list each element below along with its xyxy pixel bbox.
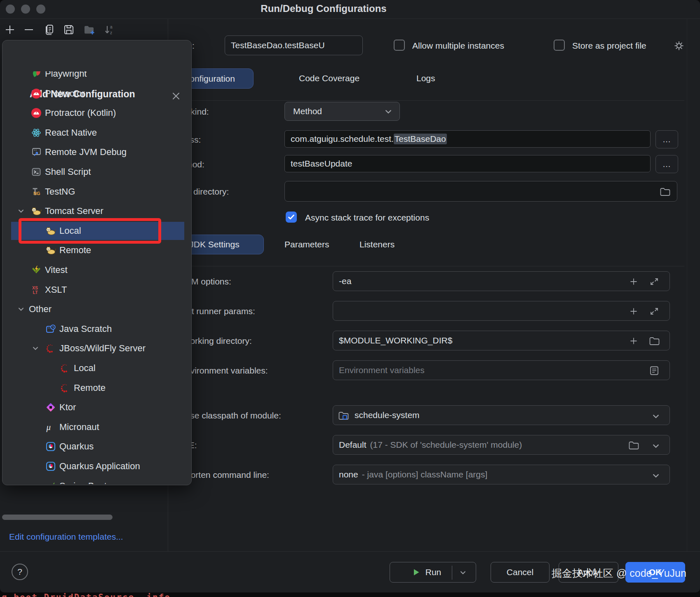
add-icon[interactable] xyxy=(627,335,640,347)
sidebar-item-java-scratch[interactable]: Java Scratch xyxy=(2,320,191,338)
sidebar-item-label: XSLT xyxy=(45,284,67,295)
folder-icon[interactable] xyxy=(648,335,660,347)
name-input[interactable]: TestBaseDao.testBaseU xyxy=(225,35,363,55)
sidebar-item-label: Remote JVM Debug xyxy=(45,147,127,157)
sidebar-item-label: Remote xyxy=(59,245,91,256)
vitest-icon xyxy=(31,265,42,275)
chevron-down-icon[interactable] xyxy=(30,343,41,354)
class-input[interactable]: com.atguigu.schedule.test.TestBaseDao xyxy=(284,130,651,148)
environment-variables-label: Environment variables: xyxy=(180,366,268,376)
sidebar-item-testng[interactable]: NGTestNG xyxy=(2,183,191,201)
tab-parameters[interactable]: Parameters xyxy=(284,240,329,249)
help-button[interactable]: ? xyxy=(12,564,28,580)
chevron-down-icon[interactable] xyxy=(16,206,26,216)
sidebar-item-local[interactable]: Local xyxy=(2,359,191,377)
sidebar-item-spring-boot[interactable]: Spring Boot xyxy=(2,477,191,484)
sidebar-item-shell-script[interactable]: Shell Script xyxy=(2,163,191,181)
java-scratch-icon xyxy=(45,324,56,334)
new-folder-icon[interactable] xyxy=(82,23,96,37)
run-button-divider xyxy=(452,566,452,580)
browse-method-button[interactable]: ... xyxy=(655,155,678,173)
sort-alphabetically-icon[interactable]: az xyxy=(102,23,116,37)
sidebar-item-xslt[interactable]: XSLTXSLT xyxy=(2,281,191,299)
sidebar-item-label: JBoss/WildFly Server xyxy=(59,343,146,354)
expand-icon[interactable] xyxy=(648,275,660,288)
protractor-icon xyxy=(31,108,42,118)
sidebar-item-quarkus-application[interactable]: Quarkus Application xyxy=(2,457,191,475)
sidebar-item-jboss-wildfly-server[interactable]: JBoss/WildFly Server xyxy=(2,339,191,357)
add-configuration-icon[interactable] xyxy=(3,23,17,37)
allow-multiple-instances-checkbox[interactable] xyxy=(394,40,405,51)
folder-icon[interactable] xyxy=(627,439,640,451)
chevron-down-icon[interactable] xyxy=(458,567,468,578)
classpath-module-select[interactable]: schedule-system xyxy=(333,405,670,425)
svg-text:NG: NG xyxy=(33,191,40,196)
tab-logs[interactable]: Logs xyxy=(416,73,435,83)
sidebar-item-quarkus[interactable]: Quarkus xyxy=(2,437,191,456)
sidebar-item-react-native[interactable]: React Native xyxy=(2,124,191,142)
sidebar-item-playwright[interactable]: Playwright xyxy=(2,71,191,83)
sidebar-item-ktor[interactable]: Ktor xyxy=(2,398,191,416)
save-configuration-icon[interactable] xyxy=(62,23,76,37)
svg-text:z: z xyxy=(110,31,112,35)
sidebar-item-remote[interactable]: Remote xyxy=(2,379,191,397)
sidebar-item-protractor[interactable]: Protractor xyxy=(2,85,191,103)
horizontal-scrollbar[interactable] xyxy=(2,515,113,520)
cancel-button[interactable]: Cancel xyxy=(491,562,550,583)
environment-variables-input[interactable]: Environment variables xyxy=(333,360,670,380)
gear-icon[interactable] xyxy=(672,39,686,53)
sidebar-item-label: Protractor xyxy=(45,88,85,99)
expand-icon[interactable] xyxy=(648,305,660,317)
svg-text:LT: LT xyxy=(33,290,38,295)
watermark: 掘金技术社区 @ code_YuJun xyxy=(552,566,686,580)
titlebar-divider xyxy=(0,19,700,19)
allow-multiple-instances-label: Allow multiple instances xyxy=(412,41,504,51)
sidebar-item-other[interactable]: Other xyxy=(2,300,191,318)
check-icon xyxy=(287,216,296,223)
sidebar-item-tomcat-server[interactable]: Tomcat Server xyxy=(2,202,191,220)
test-runner-params-input[interactable] xyxy=(333,301,670,321)
sidebar-item-label: Quarkus xyxy=(59,441,94,452)
remove-configuration-icon[interactable] xyxy=(22,23,36,37)
vm-options-input[interactable]: -ea xyxy=(333,271,670,291)
sidebar-item-remote[interactable]: Remote xyxy=(2,241,191,259)
add-icon[interactable] xyxy=(627,275,640,288)
svg-text:a: a xyxy=(110,25,113,29)
play-icon xyxy=(411,567,421,578)
sidebar-item-protractor-kotlin[interactable]: Protractor (Kotlin) xyxy=(2,104,191,122)
tab-listeners[interactable]: Listeners xyxy=(359,240,395,249)
jre-select[interactable]: Default (17 - SDK of 'schedule-system' m… xyxy=(333,435,670,455)
xslt-icon: XSLT xyxy=(31,284,42,295)
folder-icon[interactable] xyxy=(659,186,671,198)
sidebar-item-label: Playwright xyxy=(45,71,87,79)
output-directory-input[interactable] xyxy=(284,181,677,202)
traffic-light-minimize-button[interactable] xyxy=(21,5,30,14)
sidebar-item-remote-jvm-debug[interactable]: Remote JVM Debug xyxy=(2,143,191,161)
browse-class-button[interactable]: ... xyxy=(655,130,678,148)
jboss-icon xyxy=(60,363,70,374)
traffic-light-zoom-button[interactable] xyxy=(36,5,45,14)
playwright-icon xyxy=(31,71,42,79)
sub-tabs-divider xyxy=(173,266,684,266)
working-directory-input[interactable]: $MODULE_WORKING_DIR$ xyxy=(333,331,670,350)
test-kind-select[interactable]: Method xyxy=(284,102,400,121)
react-icon xyxy=(31,127,42,138)
run-button[interactable]: Run xyxy=(390,562,476,583)
add-icon[interactable] xyxy=(627,305,640,317)
copy-configuration-icon[interactable] xyxy=(42,23,56,37)
method-input[interactable]: testBaseUpdate xyxy=(284,155,651,172)
async-stack-trace-checkbox[interactable] xyxy=(286,212,297,223)
sidebar-item-micronaut[interactable]: μMicronaut xyxy=(2,418,191,436)
sidebar-item-label: Remote xyxy=(74,383,106,393)
edit-configuration-templates-link[interactable]: Edit configuration templates... xyxy=(9,532,123,542)
tab-code-coverage[interactable]: Code Coverage xyxy=(299,73,359,83)
traffic-light-close-button[interactable] xyxy=(6,5,15,14)
store-as-project-file-checkbox[interactable] xyxy=(554,40,565,51)
window-title: Run/Debug Configurations xyxy=(225,3,423,14)
chevron-down-icon[interactable] xyxy=(16,304,26,315)
list-icon[interactable] xyxy=(648,364,660,377)
sidebar-item-label: Tomcat Server xyxy=(45,206,103,216)
tabs-divider xyxy=(173,100,684,101)
shorten-command-line-select[interactable]: none - java [options] className [args] xyxy=(333,465,670,484)
sidebar-item-vitest[interactable]: Vitest xyxy=(2,261,191,279)
